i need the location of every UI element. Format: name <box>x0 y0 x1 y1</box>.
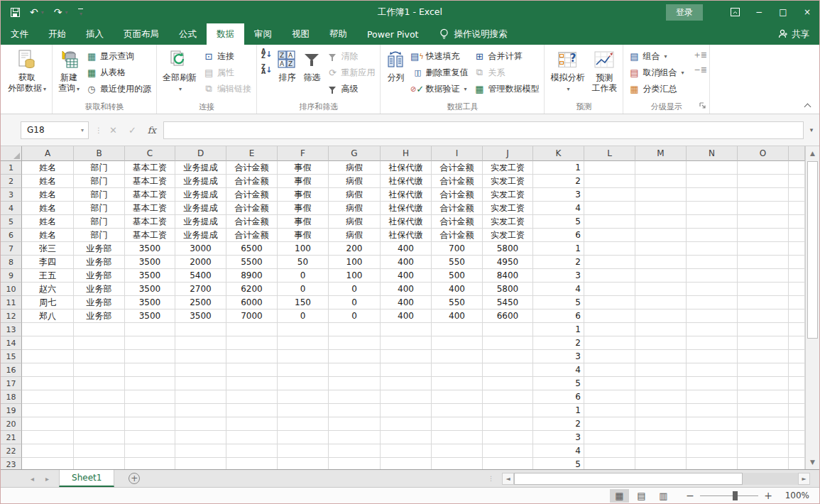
cell-C8[interactable]: 3500 <box>125 256 175 269</box>
hide-detail-button[interactable]: −≣ <box>694 65 706 75</box>
next-sheet-button[interactable]: ▸ <box>45 475 49 483</box>
remove-duplicates-button[interactable]: ▯▯删除重复值 <box>408 65 471 80</box>
cell-G6[interactable]: 病假 <box>329 229 381 242</box>
cell-F13[interactable] <box>278 323 329 336</box>
cell-I6[interactable]: 合计金额 <box>432 229 483 242</box>
cell-D8[interactable]: 2000 <box>175 256 226 269</box>
cell-K23[interactable]: 5 <box>533 458 584 469</box>
cell-F11[interactable]: 150 <box>278 296 329 309</box>
cell-L3[interactable] <box>584 188 635 202</box>
cell-A9[interactable]: 王五 <box>22 269 74 283</box>
cell-D17[interactable] <box>175 377 226 390</box>
cell-K12[interactable]: 6 <box>533 309 584 323</box>
cell-B14[interactable] <box>74 336 125 350</box>
cell-G16[interactable] <box>329 363 381 377</box>
cell-C7[interactable]: 3500 <box>125 242 175 256</box>
cell-E21[interactable] <box>226 431 278 444</box>
cell-M8[interactable] <box>635 256 687 269</box>
cell-L16[interactable] <box>584 363 635 377</box>
cell-K7[interactable]: 1 <box>533 242 584 256</box>
cell-J11[interactable]: 5450 <box>483 296 533 309</box>
cell-L18[interactable] <box>584 390 635 404</box>
cell-A19[interactable] <box>22 404 74 417</box>
cell-L19[interactable] <box>584 404 635 417</box>
cell-D15[interactable] <box>175 350 226 363</box>
cell-I2[interactable]: 合计金额 <box>432 175 483 188</box>
cell-M5[interactable] <box>635 215 687 229</box>
cell-M17[interactable] <box>635 377 687 390</box>
cell-C12[interactable]: 3500 <box>125 309 175 323</box>
cell-G20[interactable] <box>329 417 381 431</box>
cell-H1[interactable]: 社保代缴 <box>381 161 432 175</box>
cell-L8[interactable] <box>584 256 635 269</box>
cell-H22[interactable] <box>381 444 432 458</box>
cell-H8[interactable]: 400 <box>381 256 432 269</box>
cell-K3[interactable]: 3 <box>533 188 584 202</box>
cell-M11[interactable] <box>635 296 687 309</box>
cell-K11[interactable]: 5 <box>533 296 584 309</box>
cell-O9[interactable] <box>738 269 789 283</box>
cell-J4[interactable]: 实发工资 <box>483 202 533 215</box>
show-detail-button[interactable]: +≣ <box>694 50 706 60</box>
cell-B16[interactable] <box>74 363 125 377</box>
cell-O12[interactable] <box>738 309 789 323</box>
cell-C22[interactable] <box>125 444 175 458</box>
cell-G2[interactable]: 病假 <box>329 175 381 188</box>
cell-I15[interactable] <box>432 350 483 363</box>
cell-J3[interactable]: 实发工资 <box>483 188 533 202</box>
cell-partial-12[interactable] <box>789 309 805 323</box>
cell-B6[interactable]: 部门 <box>74 229 125 242</box>
cell-E7[interactable]: 6500 <box>226 242 278 256</box>
cell-N5[interactable] <box>687 215 738 229</box>
cell-C2[interactable]: 基本工资 <box>125 175 175 188</box>
column-header-O[interactable]: O <box>738 146 789 161</box>
column-header-M[interactable]: M <box>635 146 687 161</box>
cancel-button[interactable]: ✕ <box>109 125 117 136</box>
share-button[interactable]: 共享 <box>778 23 809 45</box>
cell-F2[interactable]: 事假 <box>278 175 329 188</box>
cell-D20[interactable] <box>175 417 226 431</box>
properties-button[interactable]: ▤属性 <box>200 65 254 80</box>
tab-审阅[interactable]: 审阅 <box>244 23 282 45</box>
cell-L15[interactable] <box>584 350 635 363</box>
customize-qat-button[interactable]: ▾ <box>78 9 83 16</box>
cell-H16[interactable] <box>381 363 432 377</box>
row-header-16[interactable]: 16 <box>1 363 22 377</box>
tab-Power Pivot[interactable]: Power Pivot <box>357 23 428 45</box>
cell-J10[interactable]: 5800 <box>483 283 533 296</box>
cell-A11[interactable]: 周七 <box>22 296 74 309</box>
cell-J23[interactable] <box>483 458 533 469</box>
cell-C18[interactable] <box>125 390 175 404</box>
cell-M19[interactable] <box>635 404 687 417</box>
cell-N7[interactable] <box>687 242 738 256</box>
cell-F20[interactable] <box>278 417 329 431</box>
cell-partial-19[interactable] <box>789 404 805 417</box>
cell-E20[interactable] <box>226 417 278 431</box>
text-to-columns-button[interactable]: 分列 <box>383 46 408 102</box>
cell-N11[interactable] <box>687 296 738 309</box>
cell-I16[interactable] <box>432 363 483 377</box>
cell-partial-4[interactable] <box>789 202 805 215</box>
cell-partial-2[interactable] <box>789 175 805 188</box>
cell-A12[interactable]: 郑八 <box>22 309 74 323</box>
cell-H14[interactable] <box>381 336 432 350</box>
tab-数据[interactable]: 数据 <box>207 23 244 45</box>
row-header-7[interactable]: 7 <box>1 242 22 256</box>
column-header-partial[interactable] <box>789 146 805 161</box>
cell-F3[interactable]: 事假 <box>278 188 329 202</box>
cell-I17[interactable] <box>432 377 483 390</box>
cell-partial-11[interactable] <box>789 296 805 309</box>
cell-A6[interactable]: 姓名 <box>22 229 74 242</box>
cell-F17[interactable] <box>278 377 329 390</box>
cell-I8[interactable]: 550 <box>432 256 483 269</box>
sort-descending-button[interactable]: ZA↓ <box>259 64 274 75</box>
cell-J6[interactable]: 实发工资 <box>483 229 533 242</box>
cell-C15[interactable] <box>125 350 175 363</box>
cell-F5[interactable]: 事假 <box>278 215 329 229</box>
cell-B13[interactable] <box>74 323 125 336</box>
cell-C21[interactable] <box>125 431 175 444</box>
cell-N8[interactable] <box>687 256 738 269</box>
cell-C1[interactable]: 基本工资 <box>125 161 175 175</box>
cell-O1[interactable] <box>738 161 789 175</box>
cell-N13[interactable] <box>687 323 738 336</box>
